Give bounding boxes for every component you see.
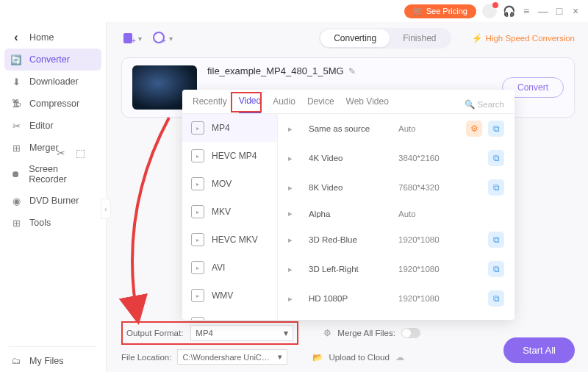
preset-item[interactable]: ▸AlphaAuto xyxy=(278,202,514,225)
start-all-button[interactable]: Start All xyxy=(503,337,575,363)
grid-icon: ⊞ xyxy=(10,217,22,229)
file-location-select[interactable]: C:\Wondershare UniConverter▾ xyxy=(177,349,287,365)
sidebar-item-editor[interactable]: ✂Editor xyxy=(0,115,106,137)
sidebar-item-label: Converter xyxy=(29,54,70,65)
headset-icon[interactable]: 🎧 xyxy=(503,5,514,17)
add-file-button[interactable]: +▾ xyxy=(121,31,142,46)
preset-list: ▸Same as sourceAuto⚙⧉▸4K Video3840*2160⧉… xyxy=(278,114,514,320)
play-icon: ▸ xyxy=(288,154,300,163)
format-label: MKV xyxy=(212,207,231,217)
gear-icon[interactable]: ⚙ xyxy=(466,121,482,137)
preset-item[interactable]: ▸8K Video7680*4320⧉ xyxy=(278,173,514,202)
maximize-button[interactable]: □ xyxy=(554,5,564,17)
sidebar-item-label: My Files xyxy=(29,356,64,366)
format-label: HEVC MKV xyxy=(212,235,258,245)
avatar-icon[interactable] xyxy=(482,4,497,18)
sidebar-item-dvd-burner[interactable]: ◉DVD Burner xyxy=(0,190,106,212)
tab-web-video[interactable]: Web Video xyxy=(346,96,389,112)
play-icon: ▸ xyxy=(288,183,300,193)
sidebar-item-converter[interactable]: 🔄Converter xyxy=(4,49,101,71)
format-icon: ▸ xyxy=(191,233,204,246)
close-button[interactable]: × xyxy=(570,5,581,17)
collapse-handle[interactable]: ‹ xyxy=(101,198,111,219)
search-input[interactable]: 🔍Search xyxy=(465,99,504,110)
bottom-bar: Output Format: MP4▾ ⚙ Merge All Files: F… xyxy=(121,321,575,365)
sidebar-item-compressor[interactable]: 🗜Compressor xyxy=(0,93,106,115)
format-item[interactable]: ▸HEVC MP4 xyxy=(182,142,277,170)
format-item[interactable]: ▸M4V xyxy=(182,310,277,320)
preset-item[interactable]: ▸Same as sourceAuto⚙⧉ xyxy=(278,114,514,143)
cut-icon[interactable]: ✂ xyxy=(57,147,65,159)
folder-icon: 🗂 xyxy=(10,355,22,367)
output-format-select[interactable]: MP4▾ xyxy=(190,325,293,341)
titlebar: 🛒 See Pricing 🎧 ≡ — □ × xyxy=(0,0,588,22)
sidebar-item-label: Screen Recorder xyxy=(29,164,96,185)
format-item[interactable]: ▸WMV xyxy=(182,282,277,310)
menu-icon[interactable]: ≡ xyxy=(520,5,532,17)
copy-icon[interactable]: ⧉ xyxy=(488,150,504,166)
preset-resolution: 1920*1080 xyxy=(398,265,457,273)
format-item[interactable]: ▸MP4 xyxy=(182,114,277,142)
merge-label: Merge All Files: xyxy=(337,329,395,337)
minimize-button[interactable]: — xyxy=(538,5,548,17)
copy-icon[interactable]: ⧉ xyxy=(488,290,504,307)
seg-converting[interactable]: Converting xyxy=(320,29,390,47)
copy-icon[interactable]: ⧉ xyxy=(488,121,504,137)
sidebar-item-label: Home xyxy=(29,32,54,43)
file-name: file_example_MP4_480_1_5MG✎ xyxy=(207,65,492,76)
see-pricing-label: See Pricing xyxy=(426,7,467,15)
tab-video[interactable]: Video xyxy=(239,96,261,113)
tab-audio[interactable]: Audio xyxy=(273,96,295,112)
preset-resolution: Auto xyxy=(398,124,457,133)
chevron-down-icon: ▾ xyxy=(284,328,288,338)
status-segmented: Converting Finished xyxy=(319,28,451,49)
sidebar: ‹Home 🔄Converter ⬇Downloader 🗜Compressor… xyxy=(0,22,107,372)
format-label: HEVC MP4 xyxy=(212,151,257,161)
format-item[interactable]: ▸MOV xyxy=(182,170,277,198)
format-label: AVI xyxy=(212,262,225,273)
bolt-icon: ⚡ xyxy=(472,33,482,43)
chevron-down-icon: ▾ xyxy=(278,352,282,362)
format-item[interactable]: ▸MKV xyxy=(182,198,277,226)
tab-device[interactable]: Device xyxy=(307,96,334,112)
sidebar-item-label: Tools xyxy=(29,218,51,228)
preset-resolution: 1920*1080 xyxy=(398,294,457,303)
upload-label: Upload to Cloud xyxy=(329,353,389,362)
add-folder-button[interactable]: +▾ xyxy=(152,31,173,46)
merge-icon: ⊞ xyxy=(10,142,22,154)
format-item[interactable]: ▸AVI xyxy=(182,254,277,282)
sidebar-item-label: Compressor xyxy=(29,99,79,109)
sidebar-item-my-files[interactable]: 🗂My Files xyxy=(0,350,106,372)
preset-item[interactable]: ▸3D Left-Right1920*1080⧉ xyxy=(278,254,514,284)
sidebar-item-screen-recorder[interactable]: ⏺Screen Recorder xyxy=(0,159,106,190)
sidebar-item-home[interactable]: ‹Home xyxy=(0,26,106,49)
cloud-icon[interactable]: ☁ xyxy=(395,352,404,362)
copy-icon[interactable]: ⧉ xyxy=(488,179,504,196)
sidebar-item-label: Downloader xyxy=(29,76,79,87)
folder-open-icon[interactable]: 📂 xyxy=(312,352,323,362)
crop-icon[interactable]: ⬚ xyxy=(76,147,85,159)
sidebar-item-tools[interactable]: ⊞Tools xyxy=(0,212,106,234)
preset-resolution: 3840*2160 xyxy=(398,154,457,162)
high-speed-label: ⚡High Speed Conversion xyxy=(472,33,575,43)
merge-toggle[interactable] xyxy=(401,328,420,338)
preset-item[interactable]: ▸HD 1080P1920*1080⧉ xyxy=(278,284,514,313)
copy-icon[interactable]: ⧉ xyxy=(488,261,504,277)
play-icon: ▸ xyxy=(288,209,300,218)
settings-icon[interactable]: ⚙ xyxy=(323,328,331,338)
preset-item[interactable]: ▸4K Video3840*2160⧉ xyxy=(278,143,514,173)
preset-item[interactable]: ▸HD 720P1280*720⧉ xyxy=(278,313,514,320)
copy-icon[interactable]: ⧉ xyxy=(488,232,504,248)
format-label: MOV xyxy=(212,179,232,189)
format-dropdown: Recently Video Audio Device Web Video 🔍S… xyxy=(182,90,514,320)
format-item[interactable]: ▸HEVC MKV xyxy=(182,226,277,254)
seg-finished[interactable]: Finished xyxy=(390,29,449,47)
preset-resolution: 7680*4320 xyxy=(398,183,457,192)
edit-icon[interactable]: ✎ xyxy=(348,66,356,76)
tab-recently[interactable]: Recently xyxy=(193,96,227,112)
see-pricing-button[interactable]: 🛒 See Pricing xyxy=(404,4,476,18)
preset-item[interactable]: ▸3D Red-Blue1920*1080⧉ xyxy=(278,225,514,254)
play-icon: ▸ xyxy=(288,235,300,245)
scissors-icon: ✂ xyxy=(10,120,22,132)
sidebar-item-downloader[interactable]: ⬇Downloader xyxy=(0,71,106,93)
